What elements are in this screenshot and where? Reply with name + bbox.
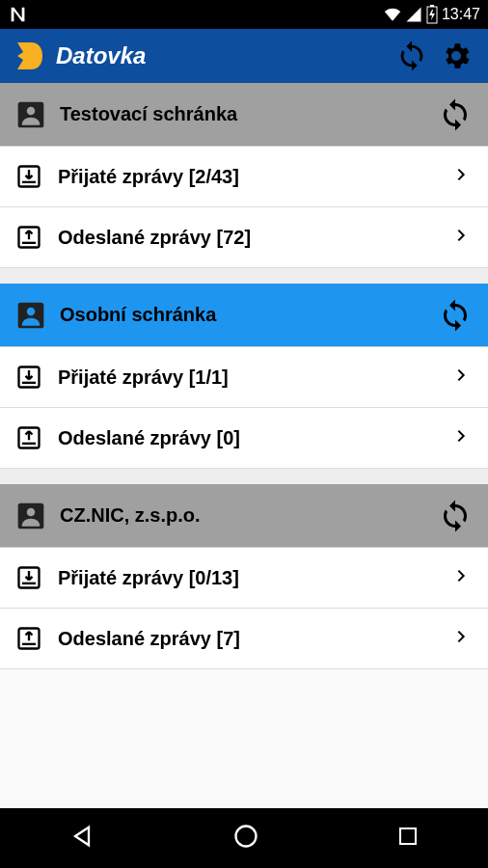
outbox-row[interactable]: Odeslané zprávy [7]	[0, 609, 488, 669]
android-nav-bar	[0, 808, 488, 868]
outbox-icon	[15, 625, 42, 652]
account-name: CZ.NIC, z.s.p.o.	[60, 504, 438, 527]
settings-button[interactable]	[436, 36, 476, 76]
android-status-bar: × 13:47	[0, 0, 488, 29]
person-icon	[15, 501, 46, 531]
inbox-icon	[15, 564, 42, 591]
account-list: Testovací schránkaPřijaté zprávy [2/43]O…	[0, 83, 488, 669]
recents-button[interactable]	[396, 825, 420, 852]
chevron-right-icon	[453, 629, 473, 648]
back-button[interactable]	[68, 823, 95, 854]
outbox-icon	[15, 424, 42, 451]
chevron-right-icon	[453, 367, 473, 387]
person-icon	[15, 99, 46, 130]
svg-rect-22	[400, 828, 416, 844]
folder-label: Přijaté zprávy [1/1]	[58, 366, 453, 389]
app-logo-icon	[12, 39, 46, 73]
app-title: Datovka	[56, 42, 388, 69]
svg-text:×: ×	[409, 10, 413, 18]
home-button[interactable]	[232, 823, 259, 854]
account-header[interactable]: CZ.NIC, z.s.p.o.	[0, 484, 488, 548]
outbox-row[interactable]: Odeslané zprávy [72]	[0, 207, 488, 268]
battery-charging-icon	[426, 5, 438, 24]
account-name: Osobní schránka	[60, 304, 438, 326]
svg-point-16	[27, 507, 36, 516]
wifi-icon	[384, 6, 401, 23]
outbox-icon	[15, 224, 42, 251]
folder-label: Odeslané zprávy [0]	[58, 427, 453, 449]
inbox-row[interactable]: Přijaté zprávy [0/13]	[0, 548, 488, 609]
account-gap	[0, 469, 488, 484]
inbox-icon	[15, 163, 42, 190]
n-preview-icon	[8, 4, 29, 25]
status-time: 13:47	[442, 6, 480, 23]
folder-label: Odeslané zprávy [7]	[58, 628, 453, 650]
inbox-row[interactable]: Přijaté zprávy [2/43]	[0, 147, 488, 207]
account-sync-button[interactable]	[438, 298, 473, 333]
chevron-right-icon	[453, 428, 473, 448]
svg-rect-2	[430, 5, 434, 7]
person-icon	[15, 300, 46, 331]
inbox-row[interactable]: Přijaté zprávy [1/1]	[0, 347, 488, 408]
folder-label: Odeslané zprávy [72]	[58, 227, 453, 249]
app-header: Datovka	[0, 29, 488, 83]
account-header[interactable]: Testovací schránka	[0, 83, 488, 147]
svg-point-21	[236, 827, 257, 847]
account-name: Testovací schránka	[60, 103, 438, 125]
outbox-row[interactable]: Odeslané zprávy [0]	[0, 408, 488, 469]
gear-icon	[440, 40, 473, 72]
chevron-right-icon	[453, 167, 473, 186]
folder-label: Přijaté zprávy [0/13]	[58, 567, 453, 589]
folder-label: Přijaté zprávy [2/43]	[58, 166, 453, 188]
account-sync-button[interactable]	[438, 97, 473, 132]
sync-all-button[interactable]	[392, 36, 432, 76]
inbox-icon	[15, 364, 42, 391]
svg-point-4	[27, 106, 36, 115]
signal-icon: ×	[405, 6, 422, 23]
chevron-right-icon	[453, 568, 473, 587]
account-sync-button[interactable]	[438, 499, 473, 533]
account-gap	[0, 268, 488, 284]
sync-icon	[395, 40, 428, 72]
svg-point-10	[27, 307, 36, 315]
account-header[interactable]: Osobní schránka	[0, 284, 488, 347]
chevron-right-icon	[453, 228, 473, 247]
